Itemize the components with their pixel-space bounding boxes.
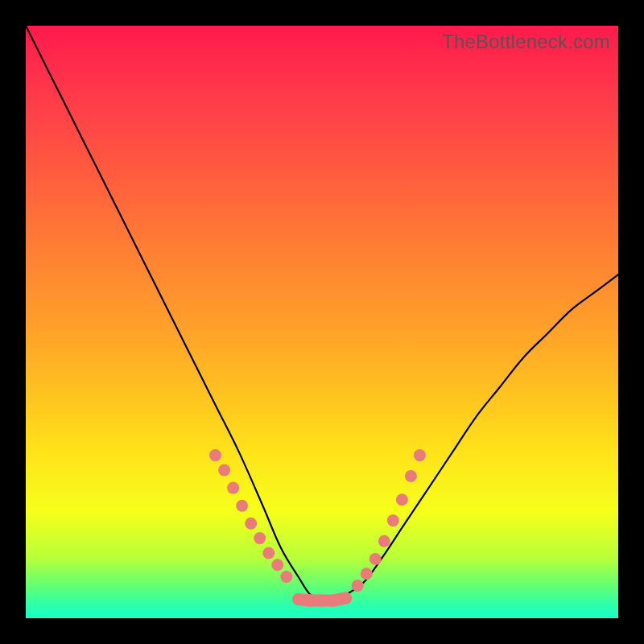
curve-marker: [387, 514, 399, 526]
curve-markers: [209, 449, 426, 606]
curve-marker: [328, 594, 340, 606]
curve-marker: [236, 500, 248, 512]
bottleneck-curve-svg: [26, 26, 618, 618]
curve-marker: [280, 571, 292, 583]
curve-marker: [396, 493, 408, 506]
curve-marker: [352, 580, 364, 592]
curve-marker: [209, 449, 221, 461]
curve-marker: [378, 535, 390, 547]
curve-marker: [245, 518, 257, 530]
chart-frame: TheBottleneck.com: [0, 0, 644, 644]
curve-marker: [414, 449, 426, 461]
curve-marker: [340, 592, 352, 605]
curve-marker: [304, 594, 316, 606]
curve-marker: [361, 568, 373, 580]
curve-marker: [254, 532, 266, 544]
curve-marker: [271, 559, 283, 571]
curve-marker: [292, 593, 304, 605]
curve-marker: [262, 547, 275, 559]
bottleneck-curve-path: [26, 26, 618, 601]
curve-marker: [405, 470, 417, 482]
curve-marker: [218, 464, 230, 477]
plot-area: TheBottleneck.com: [26, 26, 618, 618]
curve-marker: [316, 594, 328, 606]
curve-marker: [227, 482, 239, 494]
curve-marker: [369, 553, 382, 565]
